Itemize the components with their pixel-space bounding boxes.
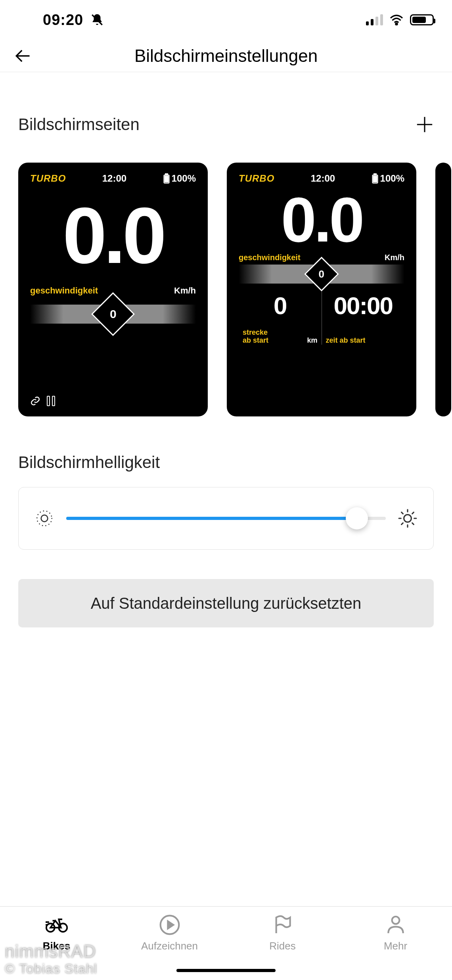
svg-rect-10 (373, 176, 377, 182)
status-bar: 09:20 (0, 0, 452, 40)
display-pages-section-header: Bildschirmseiten (0, 72, 452, 134)
home-indicator[interactable] (176, 969, 276, 972)
svg-rect-7 (165, 176, 168, 182)
person-icon (385, 914, 407, 936)
svg-rect-9 (374, 174, 376, 175)
card-clock: 12:00 (311, 173, 335, 184)
brightness-control (18, 487, 434, 550)
status-time: 09:20 (43, 12, 83, 29)
tab-label: Rides (269, 940, 295, 952)
speed-label: geschwindigkeit (30, 286, 98, 296)
bike-icon (46, 914, 68, 936)
card-battery: 100% (163, 173, 196, 184)
silent-icon (90, 13, 104, 27)
brightness-title: Bildschirmhelligkeit (18, 453, 434, 472)
speed-unit: Km/h (174, 286, 196, 296)
svg-point-1 (396, 23, 397, 25)
svg-point-12 (37, 511, 52, 526)
mode-label: TURBO (30, 173, 66, 184)
battery-icon (410, 14, 434, 25)
time-field: 00:00 zeit ab start (322, 289, 405, 345)
brightness-low-icon (34, 508, 54, 528)
card-battery: 100% (372, 173, 404, 184)
svg-marker-27 (168, 921, 173, 929)
tab-label: Mehr (384, 940, 407, 952)
power-gauge: 0 (30, 303, 196, 325)
speed-value: 0.0 (239, 191, 404, 248)
arrow-left-icon (14, 48, 31, 64)
display-page-card[interactable]: TURBO 12:00 100% 0.0 geschwindigkeit Km/… (227, 163, 416, 416)
svg-line-18 (402, 512, 403, 514)
svg-point-11 (41, 515, 48, 522)
cellular-icon (366, 14, 383, 25)
record-icon (159, 914, 181, 936)
mode-label: TURBO (239, 173, 274, 184)
back-button[interactable] (13, 47, 32, 65)
tab-label: Aufzeichnen (141, 940, 198, 952)
speed-label: geschwindigkeit (239, 253, 301, 262)
svg-line-19 (412, 523, 414, 525)
distance-field: 0 streckeab start km (239, 289, 322, 345)
power-gauge: 0 (239, 265, 404, 284)
slider-thumb[interactable] (346, 507, 368, 529)
display-pages-title: Bildschirmseiten (18, 115, 140, 134)
app-header: Bildschirmeinstellungen (0, 40, 452, 72)
brightness-slider[interactable] (66, 508, 386, 528)
display-page-card[interactable]: TURBO 12:00 100% 0.0 geschwindigkeit Km/… (18, 163, 208, 416)
pause-icon (47, 396, 55, 406)
flag-icon (272, 914, 294, 936)
reset-defaults-button[interactable]: Auf Standardeinstellung zurücksetzten (18, 579, 434, 627)
speed-value: 0.0 (30, 200, 196, 271)
speed-unit: Km/h (385, 253, 404, 262)
wifi-icon (389, 14, 404, 25)
display-page-card-peek[interactable] (435, 163, 451, 416)
display-pages-scroller[interactable]: TURBO 12:00 100% 0.0 geschwindigkeit Km/… (0, 134, 452, 416)
brightness-high-icon (398, 508, 418, 528)
svg-point-28 (392, 917, 399, 924)
card-clock: 12:00 (102, 173, 126, 184)
add-page-button[interactable] (416, 115, 434, 134)
svg-line-21 (412, 512, 414, 514)
link-icon (30, 396, 40, 406)
tab-more[interactable]: Mehr (339, 914, 452, 980)
svg-rect-6 (165, 174, 168, 175)
svg-line-20 (402, 523, 403, 525)
watermark: nimmsRAD © Tobias Stahl (5, 942, 97, 976)
page-title: Bildschirmeinstellungen (134, 46, 318, 66)
svg-point-13 (404, 515, 412, 522)
